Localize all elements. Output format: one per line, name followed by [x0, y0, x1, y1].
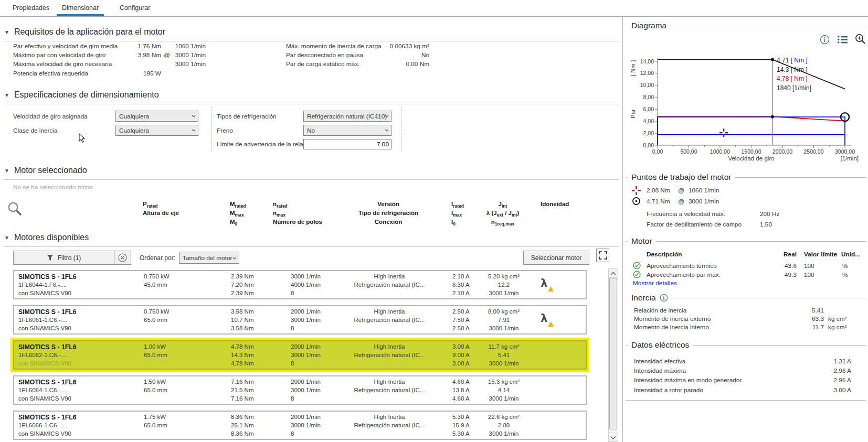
- legend-list-icon[interactable]: [837, 34, 848, 45]
- collapse-icon[interactable]: ▼: [4, 168, 9, 174]
- group-title: Diagrama: [628, 21, 670, 30]
- table-row-desc: Aprovechamiento par máx.: [647, 271, 721, 278]
- field-label: Freno: [217, 127, 233, 134]
- collapse-icon[interactable]: ▼: [4, 92, 9, 98]
- ordenar-por-dropdown[interactable]: Tamaño del motor: [179, 252, 239, 264]
- collapse-icon[interactable]: ▼: [4, 29, 9, 35]
- motor-order-number: 1FL6061-1.C6.-....: [18, 317, 67, 323]
- motor-speed-max: 3000 1/min: [291, 352, 321, 358]
- section-motores-disponibles-header: ▼ Motores disponibles: [4, 233, 89, 242]
- req-value: 0.00 Nm: [336, 60, 429, 68]
- lambda-warning-icon: λ: [541, 277, 557, 294]
- dropdown-value: Tamaño del motor: [183, 254, 232, 262]
- motor-torque-max: 7.20 Nm: [231, 282, 253, 288]
- motor-inertia-ratio: 4.14: [467, 387, 541, 393]
- req-label: Máximo par con velocidad de giro: [13, 51, 105, 59]
- req-value: 0.00633 kg m²: [336, 42, 429, 50]
- x-axis-label: Velocidad de giro: [728, 155, 774, 161]
- motor-card[interactable]: SIMOTICS S - 1FL6 1FL6061-1.C6.-.... con…: [13, 305, 587, 335]
- section-requisitos-header: ▼ Requisitos de la aplicación para el mo…: [4, 27, 165, 37]
- col-header-imax: Imax: [451, 210, 462, 218]
- kv-label: Intensidad efectiva: [634, 358, 685, 365]
- motor-cooling: Refrigeración natural (IC...: [324, 352, 455, 358]
- kv-label: Relación de inercia: [634, 307, 686, 314]
- motor-poles: 8: [291, 290, 294, 296]
- motor-torque-rated: 7.16 Nm: [231, 379, 253, 385]
- col-header-jint: Jint: [466, 201, 539, 209]
- motor-card[interactable]: SIMOTICS S - 1FL6 1FL6044-1.F6.-.... con…: [13, 270, 587, 299]
- marker-dot: [771, 115, 774, 118]
- col-header-polos: Número de polos: [273, 219, 322, 225]
- scroll-down-button[interactable]: [609, 433, 618, 441]
- motor-speed-rated: 2000 1/min: [291, 343, 321, 350]
- y-tick-label: 6,00: [643, 106, 654, 112]
- tab-propiedades[interactable]: Propiedades: [7, 0, 55, 16]
- motor-shaft-height: 65.0 mm: [144, 387, 167, 393]
- kv-unit: kg cm²: [828, 315, 846, 322]
- motor-cooling: Refrigeración natural (IC...: [324, 317, 455, 323]
- motor-card[interactable]: SIMOTICS S - 1FL6 1FL6064-1.C6.-.... con…: [13, 375, 587, 405]
- motor-name: SIMOTICS S - 1FL6: [18, 308, 77, 316]
- fullscreen-button[interactable]: [596, 249, 609, 262]
- kv-value: 11.7: [777, 324, 824, 331]
- chart-callout-label: 1840 [1/min]: [777, 84, 811, 92]
- info-icon[interactable]: [819, 34, 830, 45]
- group-title: Datos eléctricos: [628, 340, 693, 350]
- table-header-descripcion: Descripción: [647, 251, 682, 258]
- chart-series-par-maximo-motor: [658, 60, 845, 89]
- req-value: 1.76 Nm: [123, 42, 161, 50]
- seleccionar-motor-button[interactable]: Seleccionar motor: [523, 251, 589, 265]
- velocidad-giro-dropdown[interactable]: Cualquiera: [115, 111, 198, 122]
- motor-speed-max: 3000 1/min: [291, 387, 321, 393]
- col-header-refrigeracion: Tipo de refrigeración: [323, 210, 454, 216]
- motor-list-scrollbar[interactable]: [608, 268, 618, 442]
- motor-inertia-int: 5.20 kg cm²: [467, 273, 541, 279]
- tab-configurar[interactable]: Configurar: [114, 0, 155, 16]
- motor-inertia-ratio: 12.2: [467, 282, 541, 288]
- search-icon[interactable]: [7, 201, 23, 217]
- req-label: Potencia efectiva requerida: [13, 70, 88, 77]
- motor-n1req-max: 3000 1/min: [467, 290, 541, 296]
- x-tick-label: 500,00: [680, 148, 697, 155]
- freno-dropdown[interactable]: No: [303, 125, 391, 136]
- working-point-speed: 3000 1/min: [689, 198, 719, 205]
- button-label: Seleccionar motor: [531, 254, 582, 262]
- dropdown-value: Cualquiera: [119, 113, 149, 120]
- motor-cooling: Refrigeración natural (IC...: [324, 387, 455, 393]
- motor-card[interactable]: SIMOTICS S - 1FL6 1FL6066-1.C6.-.... con…: [13, 411, 587, 440]
- scrollbar-thumb[interactable]: [609, 278, 617, 429]
- section-divider: [4, 41, 619, 41]
- clase-inercia-dropdown[interactable]: Cualquiera: [115, 125, 198, 136]
- info-icon[interactable]: [660, 294, 668, 302]
- kv-label: Frecuencia a velocidad máx.: [647, 210, 725, 218]
- table-header-real: Real: [761, 251, 797, 258]
- section-especificaciones-header: ▼ Especificaciones de dimensionamiento: [4, 90, 159, 100]
- motor-drive: con SINAMICS V90: [18, 325, 71, 331]
- clear-filter-button[interactable]: [114, 251, 131, 265]
- motor-drive: con SINAMICS V90: [18, 395, 71, 402]
- col-header-lambda: λ (Jext / Jint): [466, 210, 539, 218]
- limite-advertencia-input[interactable]: [303, 139, 391, 149]
- motor-card[interactable]: SIMOTICS S - 1FL6 1FL6062-1.C6.-.... con…: [13, 340, 587, 370]
- motor-speed-rated: 2000 1/min: [291, 308, 321, 315]
- y-tick-label: 4,00: [643, 118, 654, 124]
- collapse-icon[interactable]: ▼: [4, 235, 9, 241]
- check-ok-icon: [633, 271, 641, 278]
- y-tick-label: 2,00: [643, 130, 654, 136]
- mostrar-detalles-link[interactable]: Mostrar detalles: [633, 279, 677, 287]
- motor-inertia-int: 8.00 kg cm²: [467, 308, 541, 315]
- zoom-in-icon[interactable]: [854, 33, 866, 45]
- tab-dimensionar[interactable]: Dimensionar: [57, 0, 104, 16]
- refrigeracion-dropdown[interactable]: Refrigeración natural (IC410): [303, 111, 391, 122]
- kv-value: 2.96 A: [798, 376, 851, 384]
- col-header-mrated: Mrated: [230, 201, 246, 209]
- scroll-up-button[interactable]: [609, 269, 618, 278]
- motor-torque-0: 4.78 Nm: [231, 360, 253, 366]
- filter-button[interactable]: Filtro (1): [13, 251, 114, 265]
- col-header-n1req: n1req,max: [466, 219, 539, 227]
- motor-poles: 8: [291, 395, 294, 402]
- kv-value: 5.41: [777, 307, 824, 314]
- motor-inertia-int: 11.7 kg cm²: [467, 343, 541, 350]
- dropdown-value: Refrigeración natural (IC410): [307, 113, 387, 120]
- working-point-circle-icon: [632, 197, 641, 206]
